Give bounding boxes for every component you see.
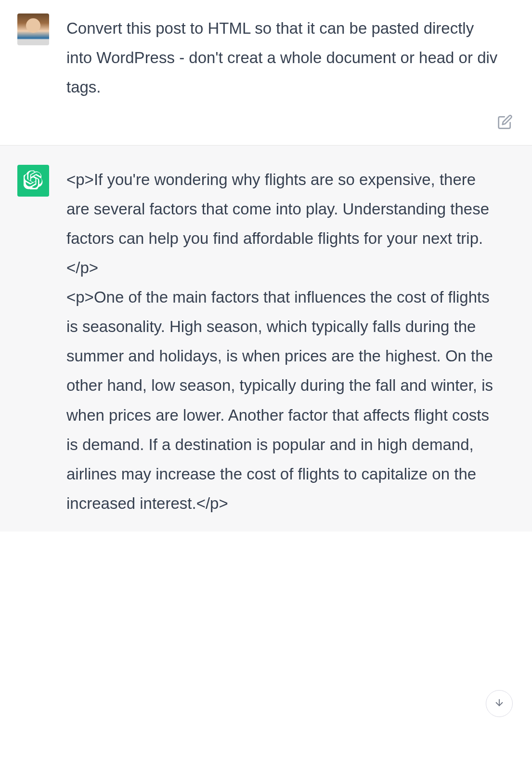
assistant-message-paragraph-2: <p>One of the main factors that influenc… bbox=[66, 282, 500, 518]
openai-logo-icon bbox=[24, 170, 43, 191]
assistant-message-content: <p>If you're wondering why flights are s… bbox=[66, 165, 515, 518]
edit-message-button[interactable] bbox=[497, 114, 513, 130]
user-message-text: Convert this post to HTML so that it can… bbox=[66, 13, 500, 102]
user-avatar bbox=[17, 13, 49, 45]
assistant-avatar bbox=[17, 165, 49, 197]
user-message-content: Convert this post to HTML so that it can… bbox=[66, 13, 515, 102]
assistant-message: <p>If you're wondering why flights are s… bbox=[0, 146, 532, 532]
user-message: Convert this post to HTML so that it can… bbox=[0, 0, 532, 146]
chat-container: Convert this post to HTML so that it can… bbox=[0, 0, 532, 532]
assistant-avatar-column bbox=[17, 165, 49, 197]
assistant-message-paragraph-1: <p>If you're wondering why flights are s… bbox=[66, 165, 500, 282]
edit-icon bbox=[497, 123, 513, 131]
user-avatar-column bbox=[17, 13, 49, 45]
